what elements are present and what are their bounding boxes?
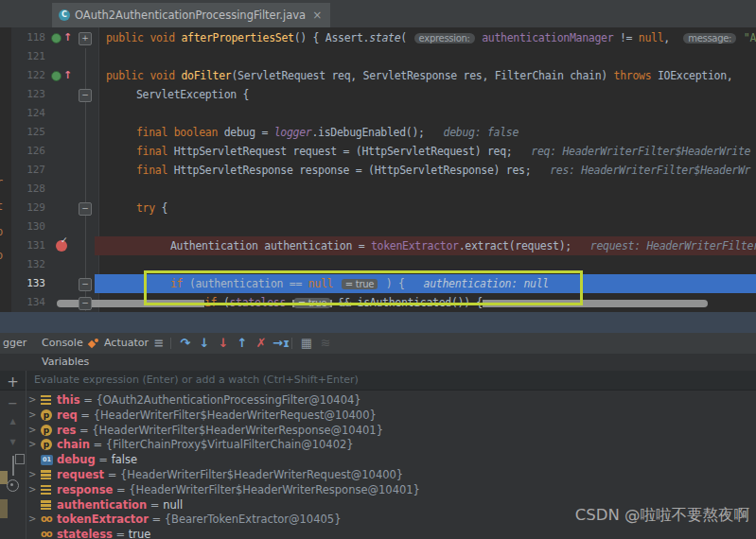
variables-tab[interactable]: Variables (0, 354, 756, 372)
line-number: 132 (11, 255, 45, 274)
code-text: try { (136, 199, 167, 217)
variable-row[interactable]: oostateless = true (0, 527, 756, 539)
variable-text: res = {HeaderWriterFilter$HeaderWriterRe… (57, 423, 383, 438)
expand-chevron-icon[interactable]: > (28, 423, 36, 438)
code-token-keyword: boolean (174, 126, 224, 139)
line-number: 121 (11, 47, 45, 66)
code-token-param_hint: expression: (414, 33, 475, 43)
code-line[interactable]: 124 (0, 104, 756, 123)
fold-expand-icon[interactable]: + (79, 32, 92, 45)
code-token-method: afterPropertiesSet (182, 31, 294, 44)
drop-frame-icon[interactable]: ✗ (254, 333, 269, 354)
code-token-default: Authentication authentication = (170, 239, 371, 252)
code-token-keyword: void (149, 31, 181, 44)
code-token-default: ( (400, 31, 413, 44)
code-token-keyword: try (136, 201, 162, 215)
code-token-method_static: state (369, 31, 400, 44)
code-editor[interactable]: r t p o 118↑+public void afterProperties… (0, 27, 756, 312)
code-text: public void doFilter(ServletRequest req,… (106, 66, 732, 85)
variable-name: response (57, 483, 113, 496)
local-variable-icon (41, 395, 51, 405)
expand-chevron-icon[interactable]: > (28, 482, 36, 497)
variable-row[interactable]: >request = {HeaderWriterFilter$HeaderWri… (0, 467, 756, 482)
toolbar-separator (291, 338, 292, 349)
variable-value: {FilterChainProxy$VirtualFilterChain@104… (106, 438, 354, 451)
parameter-icon: p (41, 439, 52, 450)
expand-chevron-icon[interactable]: > (28, 437, 36, 452)
fold-collapse-icon[interactable]: − (79, 297, 92, 310)
variable-row[interactable]: >pchain = {FilterChainProxy$VirtualFilte… (0, 437, 756, 452)
tab-debugger[interactable]: gger (3, 333, 26, 354)
java-class-icon: C (59, 9, 70, 21)
code-token-field: tokenExtractor (371, 239, 459, 252)
local-variable-icon (41, 470, 51, 479)
code-line[interactable]: 130 (0, 217, 756, 236)
fold-collapse-icon[interactable]: − (79, 278, 92, 291)
debug-window-header (0, 312, 756, 333)
editor-tab-title: OAuth2AuthenticationProcessingFilter.jav… (75, 9, 306, 22)
close-tab-icon[interactable]: × (312, 9, 322, 21)
code-token-method: doFilter (182, 69, 232, 82)
step-into-icon[interactable]: ↓ (197, 333, 212, 354)
annotation-highlight-box (144, 270, 583, 305)
code-line[interactable]: 127final HttpServletResponse response = … (0, 161, 756, 180)
override-method-icon[interactable]: ↑ (51, 66, 72, 85)
expand-chevron-icon[interactable]: > (28, 392, 36, 408)
variable-row[interactable]: 01debug = false (0, 452, 756, 467)
line-number: 122 (11, 66, 45, 85)
variable-value: false (112, 453, 137, 466)
code-token-default: debug = (224, 126, 274, 139)
code-token-default: ServletException { (136, 88, 249, 101)
code-token-default: { (162, 201, 168, 215)
view-menu-icon[interactable]: ≡ (151, 333, 167, 354)
variable-row[interactable]: >preq = {HeaderWriterFilter$HeaderWriter… (0, 408, 756, 423)
code-line[interactable]: 131Authentication authentication = token… (0, 236, 756, 255)
variable-value: {HeaderWriterFilter$HeaderWriterRequest@… (120, 468, 403, 481)
force-step-into-icon[interactable]: ↓ (216, 333, 231, 354)
variable-row[interactable]: >this = {OAuth2AuthenticationProcessingF… (0, 392, 756, 408)
code-line[interactable]: 129−try { (0, 199, 756, 217)
variable-row[interactable]: >response = {HeaderWriterFilter$HeaderWr… (0, 482, 756, 497)
code-line[interactable]: 118↑+public void afterPropertiesSet() { … (0, 28, 756, 47)
code-line[interactable]: 123−ServletException { (0, 85, 756, 104)
variable-row[interactable]: >pres = {HeaderWriterFilter$HeaderWriter… (0, 423, 756, 438)
code-token-debug_hint: req: HeaderWriterFilter$HeaderWrite (512, 145, 750, 158)
code-text: final HttpServletResponse response = (Ht… (136, 161, 750, 180)
coverage-icon[interactable]: ≋ (318, 333, 333, 354)
add-watch-icon[interactable]: + (0, 374, 26, 391)
evaluate-expression-input[interactable]: Evaluate expression (Enter) or add a wat… (0, 371, 756, 391)
expand-chevron-icon[interactable]: > (28, 467, 36, 482)
tab-actuator[interactable]: Actuator (104, 333, 149, 354)
code-token-default: , (663, 31, 682, 44)
variable-name: this (57, 393, 79, 407)
code-line[interactable]: 121 (0, 47, 756, 66)
breakpoint-icon[interactable] (51, 236, 67, 255)
code-token-keyword: final (136, 145, 174, 158)
line-number: 124 (11, 104, 45, 123)
code-token-debug_hint: request: HeaderWriterFilter (571, 239, 756, 252)
code-text: Authentication authentication = tokenExt… (170, 236, 756, 255)
fold-collapse-icon[interactable]: − (79, 202, 92, 216)
code-line[interactable]: 122↑public void doFilter(ServletRequest … (0, 66, 756, 85)
variable-value: {HeaderWriterFilter$HeaderWriterResponse… (92, 424, 383, 437)
code-line[interactable]: 126final HttpServletRequest request = (H… (0, 142, 756, 161)
variable-text: this = {OAuth2AuthenticationProcessingFi… (57, 392, 361, 408)
line-number: 129 (11, 199, 45, 217)
run-to-cursor-icon[interactable]: →ɪ (273, 333, 288, 354)
editor-tab[interactable]: C OAuth2AuthenticationProcessingFilter.j… (52, 3, 330, 27)
code-token-string: "Aut (744, 31, 756, 44)
code-line[interactable]: 128 (0, 180, 756, 199)
evaluate-expression-icon[interactable]: ▦ (299, 333, 314, 354)
parameter-icon: p (41, 425, 52, 436)
tab-console[interactable]: Console (42, 333, 83, 354)
fold-collapse-icon[interactable]: − (79, 89, 92, 102)
variable-value: {HeaderWriterFilter$HeaderWriterResponse… (129, 483, 420, 496)
step-out-icon[interactable]: ↑ (235, 333, 250, 354)
override-method-icon[interactable]: ↑ (51, 28, 72, 47)
step-over-icon[interactable]: ↷ (178, 333, 193, 354)
code-text: ServletException { (136, 85, 249, 104)
expand-chevron-icon[interactable]: > (28, 408, 36, 423)
code-line[interactable]: 125final boolean debug = logger.isDebugE… (0, 123, 756, 142)
code-token-default: .extract(request); (459, 239, 571, 252)
variable-text: req = {HeaderWriterFilter$HeaderWriterRe… (57, 408, 377, 423)
